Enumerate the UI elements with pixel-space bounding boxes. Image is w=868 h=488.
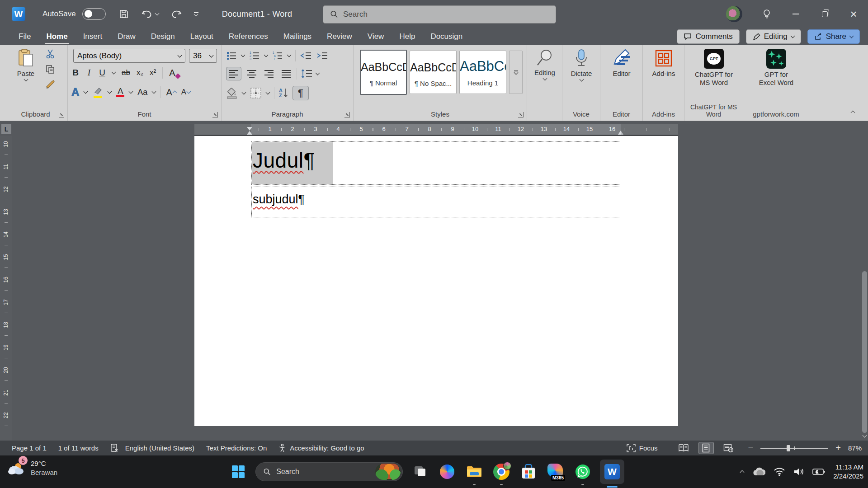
change-case-chevron[interactable] xyxy=(152,89,156,94)
dictate-button[interactable]: Dictate xyxy=(566,49,597,81)
shading-chevron[interactable] xyxy=(242,90,246,95)
line-spacing-button[interactable] xyxy=(301,69,312,78)
hanging-indent-marker[interactable] xyxy=(247,131,252,135)
speaker-icon[interactable] xyxy=(793,467,804,476)
close-button[interactable]: × xyxy=(839,0,868,28)
scrollbar-thumb[interactable] xyxy=(862,271,867,433)
help-lightbulb-icon[interactable] xyxy=(752,0,781,28)
editing-mode-button[interactable]: Editing xyxy=(746,29,801,44)
title-content-control[interactable]: Judul¶ xyxy=(251,141,620,185)
copy-button[interactable] xyxy=(45,64,55,74)
styles-dialog-launcher[interactable] xyxy=(518,112,524,117)
shading-button[interactable] xyxy=(226,87,238,99)
tab-file[interactable]: File xyxy=(11,28,38,45)
borders-chevron[interactable] xyxy=(266,90,270,95)
autosave-toggle[interactable] xyxy=(82,8,106,20)
style-card-normal[interactable]: AaBbCcDd ¶ Normal xyxy=(360,50,407,95)
start-button[interactable] xyxy=(228,462,248,482)
chrome-button[interactable] xyxy=(491,462,511,482)
text-effects-chevron[interactable] xyxy=(84,89,88,94)
superscript-button[interactable]: x² xyxy=(150,68,156,77)
addins-button[interactable]: Add-ins xyxy=(648,49,679,77)
paste-button[interactable]: Paste xyxy=(12,49,40,81)
editing-menu-button[interactable]: Editing xyxy=(530,49,560,80)
subscript-button[interactable]: x₂ xyxy=(137,68,143,77)
strikethrough-button[interactable]: ab xyxy=(122,68,130,77)
focus-mode-button[interactable]: Focus xyxy=(627,444,658,452)
print-layout-button[interactable] xyxy=(698,442,714,454)
chatgpt-button[interactable]: GPT ChatGPT forMS Word xyxy=(691,49,736,87)
share-button[interactable]: Share xyxy=(807,29,860,44)
underline-dropdown-chevron[interactable] xyxy=(112,70,116,75)
tab-references[interactable]: References xyxy=(221,28,276,45)
zoom-slider-thumb[interactable] xyxy=(787,445,790,451)
underline-button[interactable]: U xyxy=(99,68,106,78)
right-indent-marker[interactable] xyxy=(618,131,623,135)
tab-view[interactable]: View xyxy=(360,28,392,45)
first-line-indent-marker[interactable] xyxy=(247,127,252,131)
borders-button[interactable] xyxy=(250,87,262,99)
web-layout-button[interactable] xyxy=(721,442,736,454)
tab-docusign[interactable]: Docusign xyxy=(423,28,470,45)
bullets-chevron[interactable] xyxy=(241,53,245,57)
bullets-button[interactable] xyxy=(226,51,237,61)
font-size-combo[interactable]: 36 xyxy=(189,49,217,63)
show-formatting-marks-button[interactable]: ¶ xyxy=(292,86,309,100)
search-highlight-image[interactable] xyxy=(375,464,401,480)
numbering-chevron[interactable] xyxy=(264,53,269,57)
highlight-chevron[interactable] xyxy=(108,89,112,94)
styles-gallery-more-button[interactable] xyxy=(509,51,523,94)
weather-widget[interactable]: 5 29°C Berawan xyxy=(6,459,57,477)
horizontal-ruler[interactable]: 1 2 3 4 5 6 7 8 9 10 11 12 13 14 15 16 xyxy=(194,124,678,135)
tab-help[interactable]: Help xyxy=(392,28,423,45)
grow-font-button[interactable]: A xyxy=(166,87,176,98)
gptexcel-button[interactable]: GPT forExcel Word xyxy=(756,49,797,87)
accessibility-indicator[interactable]: Accessibility: Good to go xyxy=(278,444,364,452)
microsoft-store-button[interactable] xyxy=(519,462,538,482)
document-page[interactable]: Judul¶ subjudul¶ xyxy=(194,136,678,426)
minimize-button[interactable] xyxy=(781,0,810,28)
font-color-chevron[interactable] xyxy=(129,89,133,94)
align-center-button[interactable] xyxy=(245,67,259,80)
wifi-icon[interactable] xyxy=(774,467,785,476)
text-effects-button[interactable]: A xyxy=(71,86,79,99)
justify-button[interactable] xyxy=(279,67,293,80)
m365-copilot-button[interactable]: M365 xyxy=(546,462,566,482)
change-case-button[interactable]: Aa xyxy=(137,88,147,97)
tab-insert[interactable]: Insert xyxy=(75,28,110,45)
zoom-slider[interactable] xyxy=(760,448,828,449)
customize-quick-access-button[interactable] xyxy=(194,12,198,16)
style-card-heading1[interactable]: AaBbCc Heading 1 xyxy=(459,51,506,94)
search-input[interactable] xyxy=(343,10,515,19)
hidden-icons-chevron[interactable] xyxy=(740,470,745,475)
shrink-font-button[interactable]: A xyxy=(181,88,190,97)
clear-formatting-button[interactable]: A xyxy=(169,68,175,78)
whatsapp-button[interactable] xyxy=(573,462,593,482)
copilot-button[interactable] xyxy=(437,462,457,482)
word-taskbar-button[interactable]: W xyxy=(600,460,624,484)
vertical-ruler[interactable]: 10 11 12 13 14 15 16 17 18 19 20 21 22 xyxy=(0,136,12,441)
format-painter-button[interactable] xyxy=(45,80,55,89)
tab-stop-selector[interactable]: L xyxy=(1,124,11,134)
proofing-errors-icon[interactable] xyxy=(110,444,119,452)
file-explorer-button[interactable] xyxy=(464,462,484,482)
read-mode-button[interactable] xyxy=(676,442,691,454)
font-color-button[interactable]: A xyxy=(116,87,124,97)
word-count[interactable]: 1 of 11 words xyxy=(58,444,99,452)
decrease-indent-button[interactable] xyxy=(300,51,312,60)
tab-home[interactable]: Home xyxy=(38,28,75,45)
paste-dropdown-chevron[interactable] xyxy=(24,77,28,82)
language-indicator[interactable]: English (United States) xyxy=(125,444,194,452)
tab-layout[interactable]: Layout xyxy=(183,28,221,45)
highlight-button[interactable] xyxy=(92,86,103,98)
zoom-level[interactable]: 87% xyxy=(848,444,862,452)
font-name-combo[interactable]: Aptos (Body) xyxy=(73,49,185,63)
account-avatar[interactable] xyxy=(726,6,742,22)
align-left-button[interactable] xyxy=(226,67,241,80)
numbering-button[interactable]: 123 xyxy=(249,51,260,61)
comments-button[interactable]: Comments xyxy=(677,29,739,44)
subtitle-content-control[interactable]: subjudul¶ xyxy=(251,187,620,217)
taskbar-search-input[interactable] xyxy=(276,468,370,476)
taskbar-search[interactable] xyxy=(255,462,403,481)
style-card-no-spacing[interactable]: AaBbCcDd ¶ No Spac... xyxy=(410,51,457,94)
